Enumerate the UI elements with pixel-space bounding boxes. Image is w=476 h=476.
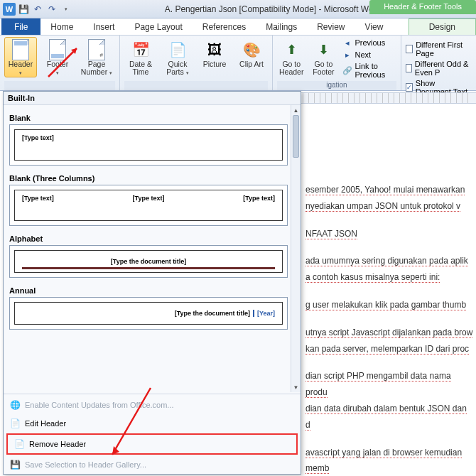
next-label: Next: [355, 50, 371, 59]
quick-parts-button[interactable]: 📄 Quick Parts ▾: [161, 37, 194, 77]
remove-header-icon: 📄: [13, 438, 25, 450]
clip-art-icon: 🎨: [240, 39, 263, 60]
gallery-item-title: Blank (Three Columns): [8, 167, 289, 185]
chevron-down-icon: ▾: [19, 70, 22, 75]
save-gallery-icon: 💾: [9, 459, 21, 470]
gallery-item-blank-three-columns[interactable]: [Type text] [Type text] [Type text]: [9, 185, 288, 226]
previous-label: Previous: [355, 38, 385, 47]
scroll-down-icon[interactable]: ▼: [291, 382, 301, 392]
enable-content-updates-item: 🌐 Enable Content Updates from Office.com…: [4, 396, 301, 414]
tab-references[interactable]: References: [193, 18, 256, 35]
title-bar: W 💾 ↶ ↷ ▾ A. Pengertian Json [Compatibil…: [0, 0, 476, 18]
link-label: Link to Previous: [355, 62, 394, 79]
header-button[interactable]: Header▾: [4, 37, 37, 77]
scrollbar-thumb[interactable]: [293, 115, 299, 158]
scroll-up-icon[interactable]: ▲: [291, 105, 301, 115]
different-odd-even-checkbox[interactable]: Different Odd & Even P: [406, 59, 472, 77]
goto-header-button[interactable]: ⬆ Go to Header: [277, 37, 305, 77]
globe-icon: 🌐: [9, 399, 21, 411]
previous-button[interactable]: ◂Previous: [341, 37, 396, 48]
doc-text: a contoh kasus misalnya seperti ini:: [305, 272, 440, 283]
group-options: Different First Page Different Odd & Eve…: [401, 36, 476, 90]
next-button[interactable]: ▸Next: [341, 49, 396, 60]
remove-header-item[interactable]: 📄 Remove Header: [6, 433, 298, 455]
tab-file[interactable]: File: [1, 18, 40, 35]
date-time-button[interactable]: 📅 Date & Time: [124, 37, 157, 77]
save-icon[interactable]: 💾: [17, 3, 30, 16]
gallery-item-title: Alphabet: [8, 227, 289, 245]
enable-updates-label: Enable Content Updates from Office.com..…: [25, 401, 174, 409]
doc-text: utnya script Javascript dijalankan pada …: [305, 328, 472, 338]
footer-page-icon: [49, 39, 66, 60]
tab-view[interactable]: View: [355, 18, 394, 35]
picture-label: Picture: [203, 60, 227, 68]
goto-header-label: Go to Header: [279, 60, 303, 76]
quick-access-toolbar: W 💾 ↶ ↷ ▾: [3, 3, 72, 16]
undo-icon[interactable]: ↶: [31, 3, 44, 16]
doc-text: ada umumnya sering digunakan pada aplik: [305, 256, 468, 266]
chevron-down-icon: ▾: [109, 70, 112, 75]
dropdown-scrollbar[interactable]: ▲ ▼: [291, 105, 301, 392]
link-icon: 🔗: [342, 65, 352, 75]
footer-label: Footer: [47, 60, 68, 68]
gallery-item-blank[interactable]: [Type text]: [9, 124, 288, 166]
gallery-item-title: Blank: [8, 107, 289, 124]
edit-header-item[interactable]: 📄 Edit Header: [4, 414, 301, 433]
page-number-label: Page Number: [81, 60, 107, 76]
doc-text: dian script PHP mengambil data nama prod…: [305, 371, 451, 398]
placeholder-text: [Type the document title]: [111, 258, 186, 265]
save-gallery-label: Save Selection to Header Gallery...: [25, 460, 146, 469]
checkbox-icon: [406, 64, 412, 72]
header-gallery-dropdown: Built-In Blank [Type text] Blank (Three …: [3, 91, 301, 475]
tab-mailings[interactable]: Mailings: [256, 18, 307, 35]
goto-footer-label: Go to Footer: [312, 60, 335, 76]
footer-button[interactable]: Footer▾: [41, 37, 74, 77]
different-first-page-checkbox[interactable]: Different First Page: [406, 40, 472, 58]
doc-text: esember 2005, Yahoo! mulai menawarkan: [305, 185, 465, 195]
year-placeholder: [Year]: [253, 310, 275, 317]
gallery-item-annual[interactable]: [Type the document title] [Year]: [9, 297, 288, 330]
placeholder-text: [Type text]: [22, 195, 54, 202]
quick-parts-label: Quick Parts: [166, 60, 187, 76]
tab-home[interactable]: Home: [40, 18, 83, 35]
remove-header-label: Remove Header: [29, 440, 86, 448]
contextual-tab-title: Header & Footer Tools: [369, 0, 476, 14]
placeholder-text: [Type text]: [22, 134, 54, 141]
tab-page-layout[interactable]: Page Layout: [124, 18, 192, 35]
tab-design[interactable]: Design: [409, 18, 476, 35]
goto-footer-button[interactable]: ⬇ Go to Footer: [310, 37, 337, 77]
goto-footer-icon: ⬇: [312, 39, 335, 60]
page-number-button[interactable]: # Page Number ▾: [78, 37, 115, 77]
doc-text: g user melakukan klik pada gambar thumb: [305, 300, 466, 310]
horizontal-ruler: [298, 92, 476, 104]
redo-icon[interactable]: ↷: [45, 3, 58, 16]
ribbon-tabs: File Home Insert Page Layout References …: [0, 18, 476, 36]
doc-text: dian data dirubah dalam bentuk JSON dan …: [305, 404, 467, 431]
group-insert: 📅 Date & Time 📄 Quick Parts ▾ 🖼 Picture …: [120, 36, 273, 90]
header-label: Header: [9, 60, 33, 68]
link-to-previous-button[interactable]: 🔗Link to Previous: [341, 61, 396, 80]
picture-button[interactable]: 🖼 Picture: [198, 37, 231, 69]
gallery-item-alphabet[interactable]: [Type the document title]: [9, 245, 288, 278]
tab-review[interactable]: Review: [307, 18, 355, 35]
doc-text: NFAAT JSON: [305, 229, 357, 239]
tab-insert[interactable]: Insert: [83, 18, 124, 35]
checkbox-checked-icon: ✓: [406, 83, 413, 92]
placeholder-text: [Type text]: [133, 195, 165, 202]
group-label: [124, 81, 268, 90]
picture-icon: 🖼: [203, 39, 226, 60]
clip-art-button[interactable]: 🎨 Clip Art: [235, 37, 268, 69]
qat-customize-icon[interactable]: ▾: [60, 3, 72, 16]
group-label: [4, 81, 115, 90]
diff-oe-label: Different Odd & Even P: [415, 60, 472, 77]
checkbox-icon: [406, 45, 413, 53]
page-number-icon: #: [88, 39, 105, 60]
edit-header-icon: 📄: [9, 418, 21, 429]
document-body[interactable]: esember 2005, Yahoo! mulai menawarkannye…: [298, 104, 476, 476]
doc-text: avascript yang jalan di browser kemudian…: [305, 448, 462, 475]
doc-text: kan pada server, melemparkan ID dari pro…: [305, 344, 469, 355]
chevron-down-icon: ▾: [56, 70, 59, 75]
clip-art-label: Clip Art: [239, 60, 264, 68]
placeholder-text: [Type text]: [243, 195, 275, 202]
goto-header-icon: ⬆: [280, 39, 303, 60]
